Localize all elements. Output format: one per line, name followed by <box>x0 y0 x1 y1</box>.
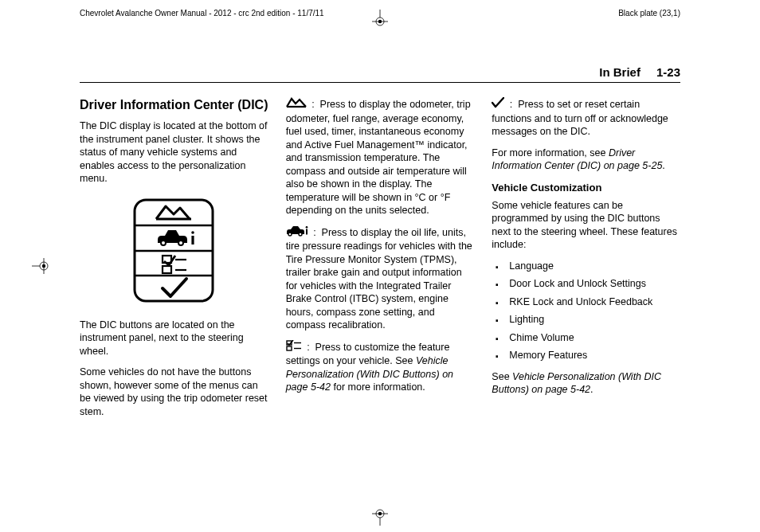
svg-rect-31 <box>287 346 292 350</box>
plate-label: Black plate (23,1) <box>618 9 680 18</box>
svg-rect-29 <box>306 229 308 234</box>
more-info-b: . <box>662 160 664 171</box>
feature-item: RKE Lock and Unlock Feedback <box>492 295 680 309</box>
feature-item: Lighting <box>492 313 680 327</box>
more-info: For more information, see Driver Informa… <box>492 147 680 173</box>
see-b: . <box>590 384 593 395</box>
svg-point-18 <box>178 241 183 245</box>
dic-buttons-figure <box>130 197 217 304</box>
feature-item: Memory Features <box>492 349 680 362</box>
page-number: 1-23 <box>656 65 680 79</box>
svg-point-27 <box>299 233 302 236</box>
trip-colon: : <box>311 99 314 110</box>
customize-text-b: for more information. <box>331 381 425 393</box>
feature-item: Chime Volume <box>492 331 680 345</box>
dic-buttons-location: The DIC buttons are located on the instr… <box>80 319 268 358</box>
vehicle-customization-heading: Vehicle Customization <box>492 181 680 194</box>
svg-point-26 <box>288 233 292 236</box>
crop-mark-bottom <box>368 502 392 526</box>
customize-icon <box>286 340 302 355</box>
body-columns: Driver Information Center (DIC) The DIC … <box>0 83 760 426</box>
vehicle-info-icon <box>286 225 308 241</box>
check-text: Press to set or reset certain functions … <box>492 99 668 137</box>
trip-text: Press to display the odometer, trip odom… <box>286 99 471 216</box>
vehicle-info-colon: : <box>313 226 315 237</box>
check-colon: : <box>510 99 512 110</box>
svg-point-19 <box>192 231 195 234</box>
feature-item: Language <box>492 260 680 273</box>
see-a: See <box>492 371 512 382</box>
svg-point-6 <box>376 510 384 518</box>
more-info-a: For more information, see <box>492 147 609 158</box>
column-1: Driver Information Center (DIC) The DIC … <box>80 97 268 426</box>
dic-no-buttons-note: Some vehicles do not have the buttons sh… <box>80 366 268 418</box>
vehicle-info-text: Press to display the oil life, units, ti… <box>286 226 472 331</box>
trip-icon <box>286 97 307 112</box>
manual-edition-line: Chevrolet Avalanche Owner Manual - 2012 … <box>80 9 324 18</box>
column-3: : Press to set or reset certain function… <box>492 97 680 426</box>
set-reset-button-desc: : Press to set or reset certain function… <box>492 97 680 139</box>
dic-heading: Driver Information Center (DIC) <box>80 97 268 113</box>
column-2: : Press to display the odometer, trip od… <box>286 97 475 426</box>
svg-point-28 <box>305 225 308 228</box>
see-ref-text: Vehicle Personalization (With DIC Button… <box>492 371 661 396</box>
running-head: In Brief1-23 <box>0 25 760 82</box>
print-header: Chevrolet Avalanche Owner Manual - 2012 … <box>0 0 760 25</box>
section-name: In Brief <box>599 65 641 79</box>
trip-button-desc: : Press to display the odometer, trip od… <box>286 97 475 217</box>
check-icon <box>492 97 504 112</box>
customize-button-desc: : Press to customize the feature setting… <box>286 340 475 394</box>
vehicle-customization-intro: Some vehicle features can be programmed … <box>492 199 680 252</box>
vehicle-info-button-desc: : Press to display the oil life, units, … <box>286 225 475 332</box>
svg-point-7 <box>378 512 382 515</box>
svg-rect-22 <box>163 266 171 273</box>
see-ref: See Vehicle Personalization (With DIC Bu… <box>492 370 680 397</box>
dic-intro: The DIC display is located at the bottom… <box>80 119 268 186</box>
svg-point-17 <box>161 241 166 245</box>
feature-item: Door Lock and Unlock Settings <box>492 277 680 291</box>
feature-list: Language Door Lock and Unlock Settings R… <box>492 260 680 362</box>
svg-rect-20 <box>192 236 194 244</box>
customize-colon: : <box>307 341 309 352</box>
